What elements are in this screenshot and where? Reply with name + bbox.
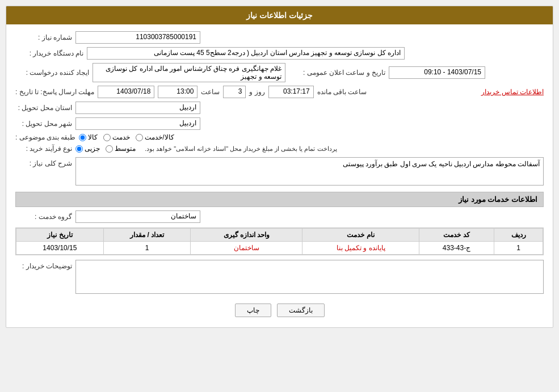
gorooh-label: گروه خدمت :	[15, 213, 72, 221]
saat-value: 13:00	[158, 86, 197, 98]
tarikh-date-value: 1403/07/18	[98, 86, 154, 98]
back-button[interactable]: بازگشت	[277, 304, 325, 317]
col-vahed: واحد اندازه گیری	[191, 229, 302, 242]
kala-radio[interactable]	[79, 134, 86, 141]
kala-khadamat-radio[interactable]	[136, 134, 143, 141]
nam-dastgah-value: اداره کل نوسازی توسعه و تجهیز مدارس استا…	[87, 47, 405, 60]
tarikh-elan-label: تاریخ و ساعت اعلان عمومی :	[300, 69, 385, 77]
pardakht-text: پرداخت تمام یا بخشی از مبلغ خریداز محل "…	[145, 145, 337, 153]
page-title: جزئیات اطلاعات نیاز	[6, 6, 553, 24]
rooz-value: 3	[223, 86, 246, 98]
cell-kod: ج-43-433	[419, 242, 494, 255]
col-tedad: تعداد / مقدار	[103, 229, 191, 242]
kala-khadamat-label: کالا/خدمت	[145, 133, 174, 141]
table-row: 1 ج-43-433 پایانده و تکمیل بنا ساختمان 1…	[16, 242, 543, 255]
tamas-link[interactable]: اطلاعات تماس خریدار	[481, 88, 544, 96]
cell-radif: 1	[494, 242, 543, 255]
jozvi-radio[interactable]	[75, 145, 83, 153]
ostan-value: اردبیل	[75, 102, 200, 114]
shomara-niaz-label: شماره نیاز :	[15, 33, 72, 41]
shomara-niaz-value: 1103003785000191	[75, 31, 200, 44]
sharh-label: شرح کلی نیاز :	[15, 157, 72, 167]
sharh-textarea[interactable]	[75, 157, 544, 186]
shahr-label: شهر محل تحویل :	[15, 120, 72, 128]
motawaset-label: متوسط	[115, 145, 136, 153]
cell-tarikh: 1403/10/15	[16, 242, 104, 255]
rooz-label: روز و	[249, 88, 264, 96]
tabaqe-group: کالا/خدمت خدمت کالا	[79, 133, 174, 141]
ostan-label: استان محل تحویل :	[15, 104, 72, 112]
print-button[interactable]: چاپ	[235, 304, 271, 317]
shahr-value: اردبیل	[75, 117, 200, 130]
col-nam: نام خدمت	[302, 229, 419, 242]
footer-buttons: بازگشت چاپ	[15, 304, 544, 317]
noee-label: نوع فرآیند خرید :	[15, 145, 72, 153]
cell-tedad: 1	[103, 242, 191, 255]
cell-nam: پایانده و تکمیل بنا	[302, 242, 419, 255]
ijad-value: غلام جهانگیری فره چناق کارشناس امور مالی…	[93, 63, 285, 82]
mande-value: 03:17:17	[268, 86, 314, 98]
tabaqe-label: طبقه بندی موضوعی :	[15, 133, 75, 141]
tawzih-label: توضیحات خریدار :	[15, 260, 72, 270]
jozvi-label: جزیی	[85, 145, 100, 153]
section2-title: اطلاعات خدمات مورد نیاز	[15, 192, 544, 207]
khadamat-label: خدمت	[112, 133, 130, 141]
nam-dastgah-label: نام دستگاه خریدار :	[15, 49, 83, 57]
mande-label: ساعت باقی مانده	[317, 88, 367, 96]
col-tarikh: تاریخ نیاز	[16, 229, 104, 242]
ijad-label: ایجاد کننده درخواست :	[15, 69, 89, 77]
kala-label: کالا	[88, 133, 98, 141]
gorooh-value: ساختمان	[75, 210, 200, 223]
col-kod: کد خدمت	[419, 229, 494, 242]
cell-vahed: ساختمان	[191, 242, 302, 255]
col-radif: ردیف	[494, 229, 543, 242]
mohlat-label: مهلت ارسال پاسخ: تا تاریخ :	[15, 88, 94, 96]
noee-group: متوسط جزیی	[75, 145, 136, 153]
motawaset-radio[interactable]	[106, 145, 113, 153]
tarikh-elan-value: 1403/07/15 - 09:10	[389, 66, 485, 79]
khadamat-radio[interactable]	[103, 134, 111, 141]
tawzih-textarea[interactable]	[75, 260, 544, 294]
saat-label: ساعت	[201, 88, 220, 96]
services-table: ردیف کد خدمت نام خدمت واحد اندازه گیری ت…	[15, 227, 544, 255]
